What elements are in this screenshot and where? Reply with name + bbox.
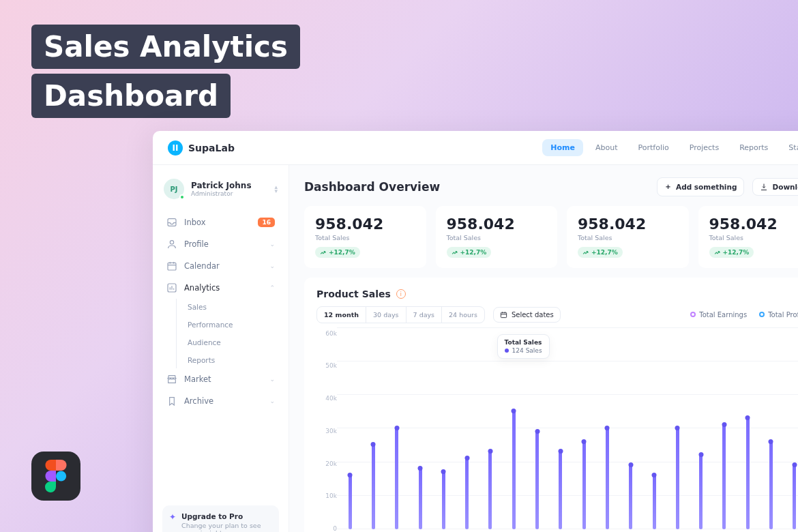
bar-4[interactable] <box>442 472 445 529</box>
bar-11[interactable] <box>606 428 609 529</box>
sidebar-item-analytics[interactable]: Analytics⌃ <box>162 277 279 299</box>
subnav-audience[interactable]: Audience <box>185 334 279 351</box>
figma-logo <box>31 452 80 501</box>
promo-title-2: Dashboard <box>31 74 231 118</box>
kpi-label: Total Sales <box>447 234 547 241</box>
nav-home[interactable]: Home <box>542 139 583 156</box>
subnav-performance[interactable]: Performance <box>185 316 279 333</box>
avatar: PJ <box>164 179 184 199</box>
bar-0[interactable] <box>349 475 352 529</box>
presence-dot-icon <box>179 194 185 200</box>
chevron-up-icon: ⌃ <box>269 284 275 291</box>
kpi-delta: +12,7% <box>447 247 492 258</box>
plus-icon: ＋ <box>664 182 672 192</box>
bar-13[interactable] <box>653 475 656 529</box>
nav-about[interactable]: About <box>587 139 626 156</box>
product-sales-card: Product Sales i 12 month30 days7 days24 … <box>304 278 798 533</box>
kpi-label: Total Sales <box>578 234 678 241</box>
kpi-card-2: 958.042Total Sales+12,7% <box>567 206 689 268</box>
download-button[interactable]: Download <box>752 178 798 196</box>
chart-tooltip: Total Sales 124 Sales <box>497 334 550 359</box>
nav-projects[interactable]: Projects <box>681 139 727 156</box>
nav-portfolio[interactable]: Portfolio <box>630 139 677 156</box>
trend-up-icon <box>320 250 326 256</box>
legend-total-earnings: Total Earnings <box>690 311 747 319</box>
sparkle-icon: ✦ <box>169 512 176 532</box>
svg-point-2 <box>170 241 173 244</box>
kpi-value: 958.042 <box>709 216 799 233</box>
svg-point-0 <box>56 471 66 481</box>
chevron-down-icon: ⌄ <box>269 241 275 248</box>
sidebar: PJ Patrick Johns Administrator ▴▾ Inbox1… <box>153 165 289 532</box>
subnav-sales[interactable]: Sales <box>185 299 279 315</box>
user-profile[interactable]: PJ Patrick Johns Administrator ▴▾ <box>162 176 279 202</box>
chevron-down-icon: ⌄ <box>269 376 275 383</box>
app-window: II SupaLab HomeAboutPortfolioProjectsRep… <box>153 131 798 532</box>
kpi-delta: +12,7% <box>315 247 360 258</box>
sidebar-item-profile[interactable]: Profile⌄ <box>162 233 279 255</box>
main-content: Dashboard Overview ＋Add something Downlo… <box>289 165 798 532</box>
range-7-days[interactable]: 7 days <box>407 307 443 323</box>
range-30-days[interactable]: 30 days <box>366 307 407 323</box>
top-navigation: HomeAboutPortfolioProjectsReportsStater <box>542 139 798 156</box>
bar-8[interactable] <box>535 432 539 529</box>
bar-15[interactable] <box>699 455 703 529</box>
y-axis: 60k50k40k30k20k10k0 <box>316 327 337 533</box>
select-dates-button[interactable]: Select dates <box>493 307 561 323</box>
legend-total-profits: Total Profits <box>759 311 798 319</box>
nav-reports[interactable]: Reports <box>731 139 776 156</box>
svg-rect-1 <box>168 219 176 226</box>
bar-7[interactable] <box>512 411 516 529</box>
subnav-reports[interactable]: Reports <box>185 352 279 368</box>
kpi-delta: +12,7% <box>709 247 754 258</box>
sidebar-item-inbox[interactable]: Inbox16 <box>162 211 279 233</box>
kpi-row: 958.042Total Sales+12,7%958.042Total Sal… <box>304 206 798 268</box>
range-12-month[interactable]: 12 month <box>317 307 366 323</box>
bar-14[interactable] <box>676 428 679 529</box>
chart-legend: Total EarningsTotal Profits <box>690 311 798 319</box>
info-icon[interactable]: i <box>396 289 406 299</box>
chart-icon <box>166 282 177 293</box>
bar-19[interactable] <box>793 465 796 529</box>
bar-10[interactable] <box>582 442 586 529</box>
bar-5[interactable] <box>465 458 469 529</box>
sidebar-item-archive[interactable]: Archive⌄ <box>162 390 279 412</box>
chevron-down-icon: ⌄ <box>269 398 275 404</box>
badge: 16 <box>258 218 275 227</box>
kpi-label: Total Sales <box>709 234 799 241</box>
kpi-card-3: 958.042Total Sales+12,7% <box>698 206 799 268</box>
kpi-value: 958.042 <box>447 216 547 233</box>
bar-1[interactable] <box>372 445 375 529</box>
nav-stater[interactable]: Stater <box>780 139 798 156</box>
svg-rect-5 <box>501 312 506 317</box>
kpi-value: 958.042 <box>578 216 678 233</box>
sort-icon[interactable]: ▴▾ <box>274 185 278 193</box>
chevron-down-icon: ⌄ <box>269 263 275 269</box>
brand-badge-icon: II <box>168 141 183 156</box>
upgrade-title: Upgrade to Pro <box>181 512 272 520</box>
bar-6[interactable] <box>488 452 492 529</box>
bar-3[interactable] <box>419 469 422 529</box>
bar-18[interactable] <box>769 442 773 529</box>
inbox-icon <box>166 217 177 228</box>
bar-2[interactable] <box>395 428 398 529</box>
bar-17[interactable] <box>746 418 750 529</box>
topbar: II SupaLab HomeAboutPortfolioProjectsRep… <box>153 131 798 165</box>
upgrade-desc: Change your plan to see more insights. <box>181 522 272 532</box>
bar-9[interactable] <box>559 452 562 529</box>
sidebar-item-market[interactable]: Market⌄ <box>162 368 279 390</box>
bar-12[interactable] <box>629 465 632 529</box>
store-icon <box>166 374 177 385</box>
trend-up-icon <box>452 250 458 256</box>
chart-title: Product Sales <box>316 289 391 299</box>
upgrade-card: ✦ Upgrade to Pro Change your plan to see… <box>162 505 279 532</box>
bar-16[interactable] <box>722 425 726 529</box>
sidebar-item-calendar[interactable]: Calendar⌄ <box>162 255 279 277</box>
user-name: Patrick Johns <box>191 181 252 190</box>
range-24-hours[interactable]: 24 hours <box>442 307 484 323</box>
svg-rect-3 <box>168 263 176 270</box>
add-button[interactable]: ＋Add something <box>657 177 744 196</box>
brand[interactable]: II SupaLab <box>168 141 235 156</box>
chart-plot: Total Sales 124 Sales <box>337 327 798 533</box>
main-header: Dashboard Overview ＋Add something Downlo… <box>304 177 798 196</box>
